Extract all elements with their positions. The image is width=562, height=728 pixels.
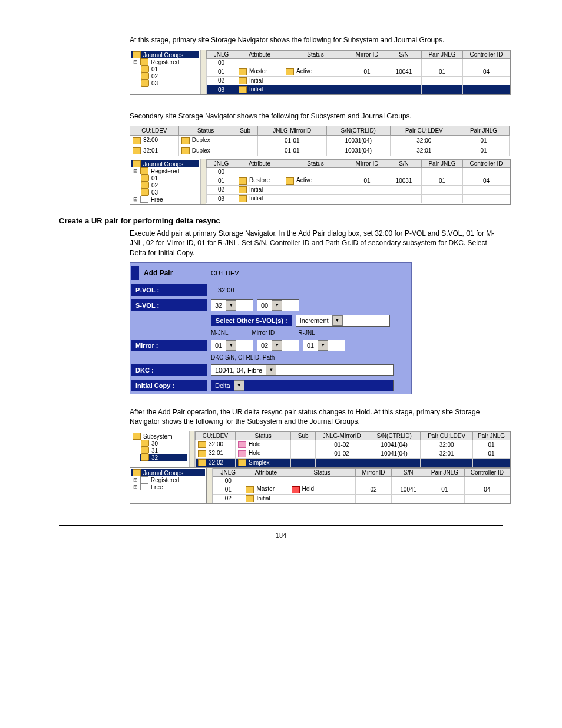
column-header[interactable]: JNLG xyxy=(207,160,236,168)
tree-item[interactable]: 31 xyxy=(140,447,187,454)
table-row[interactable]: 00 xyxy=(207,168,510,176)
svol-select-ldev[interactable]: 00▼ xyxy=(257,299,299,311)
table-row[interactable]: 32:02Simplex xyxy=(196,458,510,467)
tree-twisty-icon[interactable]: ⊞ xyxy=(133,477,138,483)
tree-twisty-icon[interactable]: ⊟ xyxy=(133,59,138,65)
column-header[interactable]: Status xyxy=(283,51,348,59)
splitter[interactable] xyxy=(189,431,195,467)
column-header[interactable]: Attribute xyxy=(236,51,283,59)
column-header[interactable]: Status xyxy=(289,469,355,477)
table-row[interactable]: 01MasterActive01100410104 xyxy=(207,67,510,76)
tree-twisty-icon[interactable]: ⊟ xyxy=(133,168,138,174)
splitter[interactable] xyxy=(207,468,213,503)
tree-root-1[interactable]: Journal Groups xyxy=(131,51,199,58)
column-header[interactable]: Pair JNLG xyxy=(473,432,510,440)
page-number: 184 xyxy=(0,532,562,539)
leaf-icon xyxy=(141,447,149,454)
table-row[interactable]: 01MasterHold02100410104 xyxy=(213,485,510,494)
column-header[interactable]: JNLG xyxy=(213,469,243,477)
attribute-icon xyxy=(246,486,254,493)
table-row[interactable]: 32:00Hold01-0210041(04)32:0001 xyxy=(196,440,510,449)
tree-twisty-icon[interactable]: ⊞ xyxy=(133,484,138,490)
tree-item[interactable]: 02 xyxy=(140,182,199,189)
column-header[interactable]: Pair JNLG xyxy=(422,51,463,59)
status-icon xyxy=(286,68,294,75)
tree-item[interactable]: 32 xyxy=(140,454,187,461)
column-header[interactable]: Pair JNLG xyxy=(425,469,464,477)
dkc-select[interactable]: 10041, 04, Fibre▼ xyxy=(211,364,394,376)
column-header[interactable]: S/N xyxy=(386,51,422,59)
column-header[interactable]: Status xyxy=(283,160,348,168)
column-header[interactable]: S/N xyxy=(392,469,425,477)
table-row[interactable]: 02Initial xyxy=(213,494,510,503)
table-row[interactable]: 32:01Hold01-0210041(04)32:0101 xyxy=(196,449,510,458)
step-text: Execute Add pair at primary Storage Navi… xyxy=(130,229,503,258)
tree-item[interactable]: 03 xyxy=(140,80,199,87)
status-icon xyxy=(181,147,190,154)
tree-subsystem[interactable]: Subsystem xyxy=(131,433,187,440)
table-row[interactable]: 32:01Duplex01-0110031(04)32:0101 xyxy=(130,146,510,156)
tree-root-3b[interactable]: Journal Groups xyxy=(131,469,205,476)
initial-copy-select[interactable]: Delta▼ xyxy=(211,380,394,391)
tree-item[interactable]: ⊞Registered xyxy=(131,476,205,483)
tree-free[interactable]: ⊞ Free xyxy=(131,196,199,203)
column-header[interactable]: Controller ID xyxy=(464,469,510,477)
column-header[interactable]: Controller ID xyxy=(463,160,510,168)
tree-item[interactable]: 30 xyxy=(140,440,187,447)
tree-subsystem-label: Subsystem xyxy=(143,433,172,440)
column-header[interactable]: JNLG-MirrorID xyxy=(316,432,368,440)
column-header[interactable]: Mirror ID xyxy=(348,51,386,59)
column-header[interactable]: Pair CU:LDEV xyxy=(390,126,458,136)
column-header[interactable]: Status xyxy=(178,126,233,136)
column-header[interactable]: Mirror ID xyxy=(348,160,386,168)
table-row[interactable]: 00 xyxy=(213,477,510,485)
mirrorid-select[interactable]: 02▼ xyxy=(257,340,299,351)
column-header[interactable]: JNLG-MirrorID xyxy=(257,126,326,136)
table-row[interactable]: 00 xyxy=(207,59,510,67)
tree-twisty-icon[interactable]: ⊞ xyxy=(133,196,138,202)
select-other-svol[interactable]: Increment▼ xyxy=(296,315,390,327)
table-row[interactable]: 02Initial xyxy=(207,76,510,85)
column-header[interactable]: Status xyxy=(236,432,291,440)
leaf-icon xyxy=(141,440,149,447)
column-header[interactable]: Attribute xyxy=(243,469,289,477)
tree-registered[interactable]: ⊟ Registered xyxy=(131,58,199,65)
attribute-icon xyxy=(239,68,247,75)
svol-select-cu[interactable]: 32▼ xyxy=(211,299,253,311)
volume-icon xyxy=(133,147,141,154)
column-header[interactable]: Pair JNLG xyxy=(422,160,463,168)
column-header[interactable]: CU:LDEV xyxy=(130,126,179,136)
column-header[interactable]: S/N(CTRLID) xyxy=(368,432,421,440)
column-header[interactable]: Sub xyxy=(291,432,316,440)
rjnl-select[interactable]: 01▼ xyxy=(303,340,345,351)
column-header[interactable]: S/N(CTRLID) xyxy=(326,126,390,136)
tree-item[interactable]: 02 xyxy=(140,73,199,80)
jg-grid-secondary: JNLGAttributeStatusMirror IDS/NPair JNLG… xyxy=(206,159,510,203)
jg-grid-3b: JNLGAttributeStatusMirror IDS/NPair JNLG… xyxy=(213,468,510,503)
mjnl-select[interactable]: 01▼ xyxy=(211,340,253,351)
svol-label: S-VOL : xyxy=(131,299,207,311)
table-row[interactable]: 02Initial xyxy=(207,185,510,194)
column-header[interactable]: Pair CU:LDEV xyxy=(421,432,473,440)
tree-item[interactable]: 01 xyxy=(140,174,199,182)
column-header[interactable]: CU:LDEV xyxy=(196,432,236,440)
column-header[interactable]: Attribute xyxy=(236,160,283,168)
column-header[interactable]: JNLG xyxy=(207,51,236,59)
tree-item[interactable]: 03 xyxy=(140,189,199,196)
splitter[interactable] xyxy=(200,159,206,204)
table-row[interactable]: 03Initial xyxy=(207,194,510,203)
splitter[interactable] xyxy=(200,50,206,94)
column-header[interactable]: Controller ID xyxy=(463,51,510,59)
tree-item[interactable]: 01 xyxy=(140,65,199,73)
column-header[interactable]: Pair JNLG xyxy=(458,126,509,136)
column-header[interactable]: Mirror ID xyxy=(355,469,392,477)
tree-root-2[interactable]: Journal Groups xyxy=(131,160,199,167)
tree-item[interactable]: ⊞Free xyxy=(131,483,205,490)
column-header[interactable]: S/N xyxy=(386,160,422,168)
mirror-label: Mirror : xyxy=(131,340,207,351)
table-row[interactable]: 03Initial xyxy=(207,85,510,94)
tree-registered[interactable]: ⊟ Registered xyxy=(131,167,199,174)
table-row[interactable]: 01RestoreActive01100310104 xyxy=(207,176,510,185)
column-header[interactable]: Sub xyxy=(233,126,257,136)
table-row[interactable]: 32:00Duplex01-0110031(04)32:0001 xyxy=(130,136,510,146)
